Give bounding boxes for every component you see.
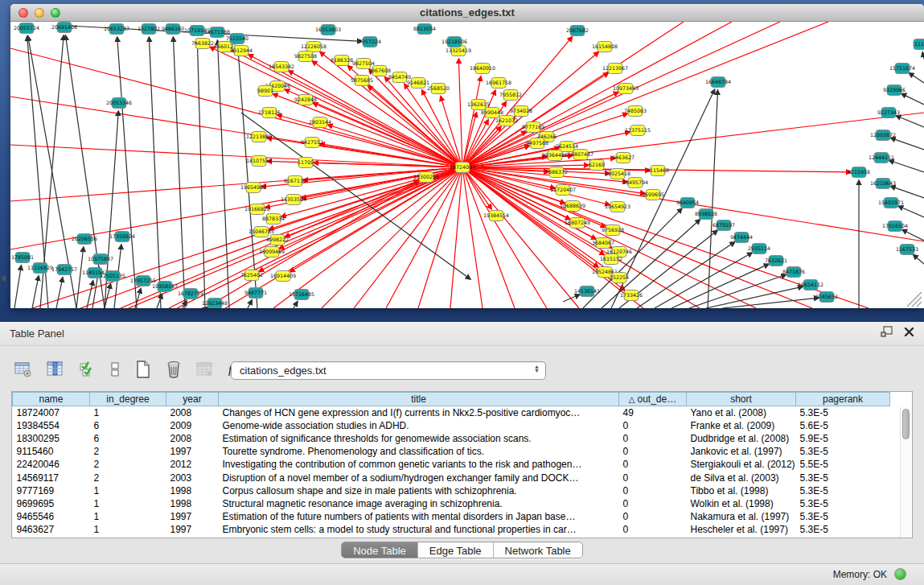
graph-node[interactable]: 4998222 — [266, 235, 289, 245]
graph-node[interactable]: 19654923 — [605, 202, 630, 212]
graph-node[interactable]: 9756928 — [602, 225, 624, 236]
table-cell[interactable]: 0 — [619, 458, 687, 471]
graph-node[interactable]: 10973493 — [613, 84, 639, 94]
table-cell[interactable]: Jankovic et al. (1997) — [687, 445, 796, 458]
show-columns-icon[interactable] — [45, 360, 66, 379]
graph-node[interactable]: 9734028 — [510, 106, 532, 117]
table-cell[interactable]: 2 — [90, 445, 166, 458]
float-window-icon[interactable] — [881, 326, 893, 337]
graph-node[interactable]: 15716485 — [289, 290, 314, 300]
table-cell[interactable]: 5.3E-5 — [796, 471, 890, 484]
graph-node[interactable]: 20691406 — [51, 23, 77, 33]
table-cell[interactable]: 1 — [90, 484, 166, 497]
graph-node[interactable]: 17942757 — [51, 265, 77, 275]
table-cell[interactable]: 0 — [619, 445, 687, 458]
table-cell[interactable]: Dudbridge et al. (2008) — [687, 432, 796, 445]
table-row[interactable]: 1938455462009Genome-wide association stu… — [13, 419, 901, 432]
table-cell[interactable]: 9699695 — [13, 497, 90, 510]
graph-node[interactable]: 9827508 — [294, 51, 317, 62]
graph-node[interactable]: 9245652 — [815, 292, 838, 303]
graph-node[interactable]: 2718126 — [258, 108, 281, 118]
graph-node[interactable]: 8938928 — [695, 209, 717, 220]
column-header-pagerank[interactable]: pagerank — [796, 393, 890, 406]
table-row[interactable]: 969969511998Structural magnetic resonanc… — [13, 497, 901, 510]
graph-node[interactable]: 2087682 — [566, 26, 589, 36]
table-cell[interactable]: 1 — [90, 406, 166, 419]
table-row[interactable]: 911546021997Tourette syndrome. Phenomeno… — [13, 445, 901, 458]
close-icon[interactable] — [904, 327, 914, 337]
table-cell[interactable]: Genome-wide association studies in ADHD. — [219, 419, 619, 432]
table-cell[interactable]: Embryonic stem cells: a model to study s… — [219, 523, 619, 536]
graph-node[interactable]: 8186328 — [331, 56, 353, 66]
graph-node[interactable]: 16648784 — [705, 77, 731, 88]
graph-node[interactable]: 62160 — [589, 160, 605, 171]
table-cell[interactable]: 9777169 — [13, 484, 90, 497]
table-cell[interactable]: de Silva et al. (2003) — [687, 471, 796, 484]
graph-node[interactable]: 7886372 — [545, 167, 568, 178]
column-header-name[interactable]: name — [13, 393, 90, 406]
graph-node[interactable]: 8267130 — [284, 176, 306, 187]
graph-node[interactable]: 10958167 — [152, 282, 178, 292]
table-cell[interactable]: Corpus callosum shape and size in male p… — [219, 484, 619, 497]
graph-node[interactable]: 7955812 — [499, 90, 522, 101]
table-cell[interactable]: 2008 — [166, 432, 219, 445]
table-cell[interactable]: Structural magnetic resonance image aver… — [219, 497, 619, 510]
table-cell[interactable]: 6 — [90, 432, 166, 445]
graph-node[interactable]: 1327802 — [138, 24, 160, 35]
table-cell[interactable]: 5.3E-5 — [796, 484, 890, 497]
graph-node[interactable]: 2935114 — [748, 244, 770, 254]
table-cell[interactable]: 0 — [619, 484, 687, 497]
table-selector-dropdown[interactable]: citations_edges.txt ▲▼ — [231, 361, 546, 380]
table-cell[interactable]: 0 — [619, 497, 687, 510]
table-cell[interactable]: 5.9E-5 — [796, 432, 890, 445]
table-cell[interactable]: 2 — [90, 458, 166, 471]
graph-node[interactable]: 2803144 — [309, 117, 331, 128]
graph-node[interactable]: 20055724 — [14, 23, 39, 34]
table-row[interactable]: 1872400712008Changes of HCN gene express… — [13, 406, 901, 419]
table-cell[interactable]: 0 — [619, 510, 687, 523]
graph-node[interactable]: 7625402 — [240, 270, 263, 281]
graph-node[interactable]: 9640954 — [676, 198, 699, 208]
graph-node[interactable]: 9146821 — [407, 78, 429, 89]
column-header-short[interactable]: short — [687, 393, 796, 406]
graph-node[interactable]: 9466160 — [162, 24, 184, 35]
table-cell[interactable]: 2009 — [166, 419, 219, 432]
graph-node[interactable]: 1733426 — [620, 290, 643, 301]
graph-node[interactable]: 10099469 — [259, 247, 285, 257]
network-canvas[interactable]: 18724007 18300295 19384554 7463822 86601… — [10, 22, 924, 308]
graph-node[interactable]: 17016504 — [882, 221, 908, 232]
table-cell[interactable]: 2008 — [166, 406, 219, 419]
tab-edge-table[interactable]: Edge Table — [417, 542, 493, 558]
column-header-title[interactable]: title — [219, 393, 619, 406]
table-cell[interactable]: 1997 — [166, 523, 219, 536]
graph-node[interactable]: 11156829 — [27, 263, 53, 274]
table-cell[interactable]: 0 — [619, 471, 687, 484]
table-cell[interactable]: 5.6E-5 — [796, 419, 890, 432]
new-column-icon[interactable] — [133, 359, 153, 380]
table-cell[interactable]: 6 — [90, 419, 166, 432]
graph-node[interactable]: 11700 — [298, 158, 314, 168]
graph-node[interactable]: 9474444 — [730, 233, 753, 243]
graph-node[interactable]: 98901 — [257, 86, 273, 97]
graph-node[interactable]: 1785081 — [11, 253, 34, 263]
table-cell[interactable]: 1 — [90, 523, 166, 536]
table-cell[interactable]: 19384554 — [13, 419, 90, 432]
graph-node[interactable]: 9463627 — [612, 153, 634, 163]
table-cell[interactable]: 18300295 — [13, 432, 90, 445]
graph-node[interactable]: 2568520 — [427, 84, 450, 94]
table-cell[interactable]: 5.3E-5 — [796, 445, 890, 458]
graph-node[interactable]: 20364486 — [542, 150, 568, 161]
table-cell[interactable]: 18724007 — [13, 406, 90, 419]
graph-node[interactable]: 12226058 — [301, 42, 326, 52]
column-header-outde[interactable]: △out_de… — [619, 393, 687, 406]
graph-node[interactable]: 7485063 — [624, 106, 647, 117]
tab-node-table[interactable]: Node Table — [342, 542, 417, 558]
table-cell[interactable]: Hescheler et al. (1997) — [687, 523, 796, 536]
graph-node[interactable]: 1117 — [914, 39, 924, 50]
delete-table-icon[interactable] — [195, 360, 216, 379]
table-row[interactable]: 2242004622012Investigating the contribut… — [13, 458, 901, 471]
graph-node[interactable]: 8878334 — [262, 214, 285, 225]
table-cell[interactable]: Yano et al. (2008) — [687, 406, 796, 419]
table-cell[interactable]: Franke et al. (2009) — [687, 419, 796, 432]
table-cell[interactable]: 0 — [619, 432, 687, 445]
